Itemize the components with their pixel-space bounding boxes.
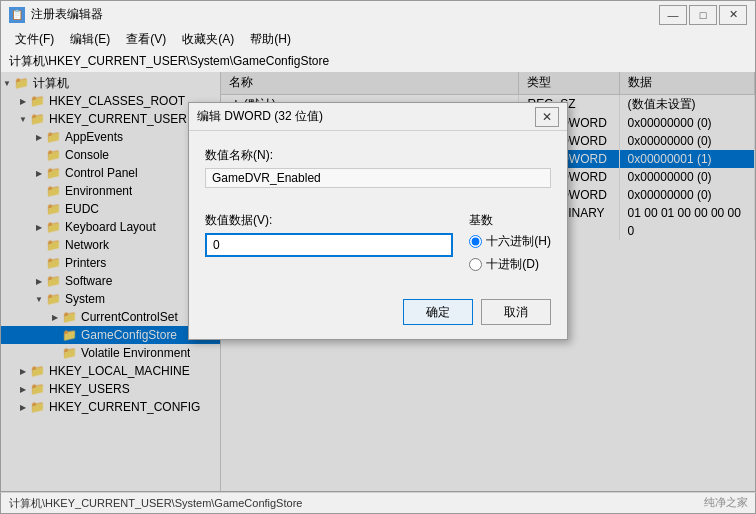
dialog-title: 编辑 DWORD (32 位值) <box>197 108 323 125</box>
ok-button[interactable]: 确定 <box>403 299 473 325</box>
edit-dword-dialog: 编辑 DWORD (32 位值) ✕ 数值名称(N): 数值数据(V): 基数 <box>188 102 568 340</box>
status-text: 计算机\HKEY_CURRENT_USER\System\GameConfigS… <box>9 496 302 511</box>
address-bar: 计算机\HKEY_CURRENT_USER\System\GameConfigS… <box>0 50 756 72</box>
dialog-title-bar: 编辑 DWORD (32 位值) ✕ <box>189 103 567 131</box>
dialog-buttons: 确定 取消 <box>189 289 567 339</box>
radio-dec-text: 十进制(D) <box>486 256 539 273</box>
base-label: 基数 <box>469 212 551 229</box>
dialog-body: 数值名称(N): 数值数据(V): 基数 十六进制(H) <box>189 131 567 289</box>
radio-hex-text: 十六进制(H) <box>486 233 551 250</box>
app-icon: 📋 <box>9 7 25 23</box>
name-label: 数值名称(N): <box>205 147 551 164</box>
data-input-group: 数值数据(V): <box>205 212 453 273</box>
title-bar-left: 📋 注册表编辑器 <box>9 6 103 23</box>
menu-item-文件(F)[interactable]: 文件(F) <box>9 30 60 49</box>
close-button[interactable]: ✕ <box>719 5 747 25</box>
radio-group: 十六进制(H) 十进制(D) <box>469 233 551 273</box>
menu-item-帮助(H)[interactable]: 帮助(H) <box>244 30 297 49</box>
data-value-input[interactable] <box>205 233 453 257</box>
radio-hex-label[interactable]: 十六进制(H) <box>469 233 551 250</box>
radio-hex[interactable] <box>469 235 482 248</box>
cancel-button[interactable]: 取消 <box>481 299 551 325</box>
status-bar: 计算机\HKEY_CURRENT_USER\System\GameConfigS… <box>0 492 756 514</box>
title-bar: 📋 注册表编辑器 — □ ✕ <box>0 0 756 28</box>
data-label: 数值数据(V): <box>205 212 453 229</box>
maximize-button[interactable]: □ <box>689 5 717 25</box>
address-text: 计算机\HKEY_CURRENT_USER\System\GameConfigS… <box>9 53 329 70</box>
menu-item-编辑(E)[interactable]: 编辑(E) <box>64 30 116 49</box>
main-content: ▼ 📁 计算机 ▶ 📁 HKEY_CLASSES_ROOT ▼ 📁 HKEY_C… <box>0 72 756 492</box>
dialog-close-button[interactable]: ✕ <box>535 107 559 127</box>
radio-dec[interactable] <box>469 258 482 271</box>
name-value-input[interactable] <box>205 168 551 188</box>
watermark: 纯净之家 <box>704 495 748 510</box>
base-group: 基数 十六进制(H) 十进制(D) <box>469 212 551 273</box>
menu-bar: 文件(F)编辑(E)查看(V)收藏夹(A)帮助(H) <box>0 28 756 50</box>
dialog-row: 数值数据(V): 基数 十六进制(H) 十进制(D) <box>205 212 551 273</box>
minimize-button[interactable]: — <box>659 5 687 25</box>
radio-dec-label[interactable]: 十进制(D) <box>469 256 551 273</box>
title-bar-controls: — □ ✕ <box>659 5 747 25</box>
window-title: 注册表编辑器 <box>31 6 103 23</box>
dialog-overlay: 编辑 DWORD (32 位值) ✕ 数值名称(N): 数值数据(V): 基数 <box>1 72 755 491</box>
menu-item-收藏夹(A)[interactable]: 收藏夹(A) <box>176 30 240 49</box>
menu-item-查看(V)[interactable]: 查看(V) <box>120 30 172 49</box>
